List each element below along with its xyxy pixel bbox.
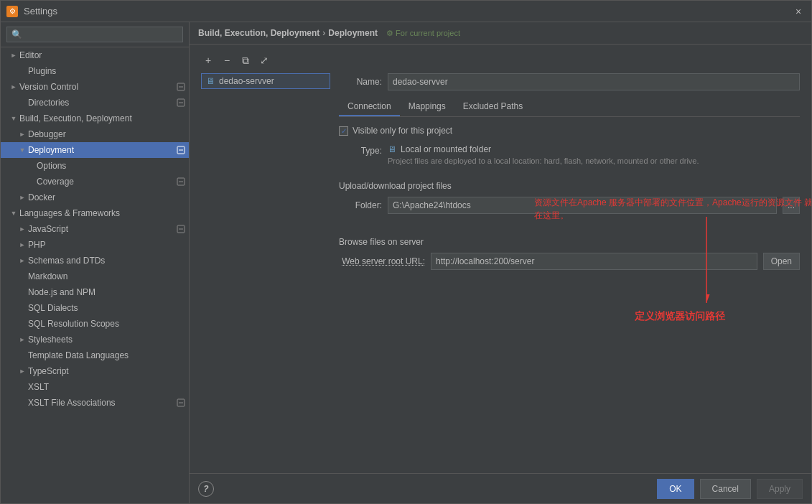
browse-button[interactable]: ... <box>783 197 800 214</box>
window-title: Settings <box>24 6 791 17</box>
sidebar-item-docker[interactable]: Docker <box>1 190 189 205</box>
folder-row: Folder: ... <box>339 197 800 214</box>
folder-input[interactable] <box>388 197 777 214</box>
arrow-deployment <box>18 146 27 154</box>
sidebar-item-label: Stylesheets <box>28 335 73 345</box>
sidebar-item-sql-resolution[interactable]: SQL Resolution Scopes <box>1 316 189 332</box>
badge-dirs <box>176 98 186 108</box>
server-item-name: dedao-servver <box>219 76 274 86</box>
sidebar-item-coverage[interactable]: Coverage <box>1 174 189 190</box>
sidebar-item-plugins[interactable]: Plugins <box>1 63 189 79</box>
sidebar-item-label: Directories <box>28 98 69 108</box>
visible-checkbox[interactable] <box>339 126 348 136</box>
sidebar-item-version-control[interactable]: Version Control <box>1 79 189 95</box>
sidebar-item-xslt-file[interactable]: XSLT File Associations <box>1 395 189 411</box>
settings-window: ⚙ Settings × Editor <box>0 0 812 504</box>
ok-button[interactable]: OK <box>657 479 694 499</box>
badge-editor <box>176 50 186 60</box>
dialog-buttons: OK Cancel Apply <box>657 479 803 499</box>
cancel-button[interactable]: Cancel <box>700 479 751 499</box>
sidebar-item-label: Deployment <box>28 145 74 155</box>
name-row: Name: <box>339 73 800 90</box>
sidebar-item-php[interactable]: PHP <box>1 237 189 253</box>
sidebar-item-debugger[interactable]: Debugger <box>1 126 189 142</box>
apply-button[interactable]: Apply <box>757 479 803 499</box>
breadcrumb-separator: › <box>322 28 325 38</box>
sidebar-item-stylesheets[interactable]: Stylesheets <box>1 332 189 347</box>
sidebar-item-sql-dialects[interactable]: SQL Dialects <box>1 300 189 316</box>
sidebar-tree: Editor Plugins Version Control <box>1 47 189 503</box>
sidebar-item-markdown[interactable]: Markdown <box>1 269 189 284</box>
arrow-languages <box>9 209 18 218</box>
arrow-php <box>18 241 27 249</box>
upload-section-title: Upload/download project files <box>339 181 800 191</box>
help-button[interactable]: ? <box>198 481 214 497</box>
arrow-vc <box>9 83 18 91</box>
sidebar-item-label: SQL Dialects <box>28 303 78 313</box>
arrow-docker <box>18 193 27 202</box>
search-box <box>1 22 189 47</box>
sidebar-item-label: SQL Resolution Scopes <box>28 319 119 329</box>
sidebar-item-xslt[interactable]: XSLT <box>1 379 189 395</box>
sidebar-item-label: Node.js and NPM <box>28 287 95 297</box>
tab-excluded-paths[interactable]: Excluded Paths <box>454 98 531 116</box>
app-icon: ⚙ <box>6 6 18 17</box>
folder-label: Folder: <box>339 200 382 210</box>
sidebar-item-languages[interactable]: Languages & Frameworks <box>1 205 189 221</box>
main-panel: Build, Execution, Deployment › Deploymen… <box>190 22 811 503</box>
tab-bar: Connection Mappings Excluded Paths <box>339 98 800 117</box>
visible-checkbox-row: Visible only for this project <box>339 126 800 136</box>
sidebar: Editor Plugins Version Control <box>1 22 190 503</box>
sidebar-item-template-data[interactable]: Template Data Languages <box>1 347 189 363</box>
copy-server-button[interactable]: ⧉ <box>238 53 253 67</box>
url-input[interactable] <box>431 253 757 270</box>
server-icon: 🖥 <box>206 76 215 86</box>
sidebar-item-label: Template Data Languages <box>28 350 129 360</box>
badge-deployment <box>176 145 186 155</box>
type-value-area: 🖥 Local or mounted folder Project files … <box>388 144 800 167</box>
sidebar-item-javascript[interactable]: JavaScript <box>1 221 189 237</box>
sidebar-item-directories[interactable]: Directories <box>1 95 189 111</box>
sidebar-item-options[interactable]: Options <box>1 158 189 174</box>
arrow-editor <box>9 51 18 60</box>
remove-server-button[interactable]: − <box>220 53 234 67</box>
name-input[interactable] <box>388 73 800 90</box>
arrow-ts <box>18 367 27 375</box>
sidebar-item-typescript[interactable]: TypeScript <box>1 363 189 379</box>
sidebar-item-label: Editor <box>19 50 42 60</box>
main-content-area: + − ⧉ ⤢ 🖥 dedao-servver <box>190 45 811 473</box>
sidebar-item-deployment[interactable]: Deployment <box>1 142 189 158</box>
tab-connection[interactable]: Connection <box>339 98 400 116</box>
sidebar-item-label: Build, Execution, Deployment <box>19 113 132 123</box>
sidebar-item-label: Languages & Frameworks <box>19 208 120 218</box>
breadcrumb: Build, Execution, Deployment › Deploymen… <box>190 22 811 45</box>
move-server-button[interactable]: ⤢ <box>257 53 271 67</box>
badge-xslt-file <box>176 398 186 408</box>
sidebar-item-label: Version Control <box>19 82 78 92</box>
sidebar-item-label: XSLT <box>28 382 49 392</box>
search-input[interactable] <box>6 27 183 42</box>
sidebar-item-label: Docker <box>28 192 55 202</box>
sidebar-item-schemas[interactable]: Schemas and DTDs <box>1 253 189 269</box>
tab-mappings[interactable]: Mappings <box>400 98 454 116</box>
sidebar-item-build[interactable]: Build, Execution, Deployment <box>1 111 189 126</box>
type-text: Local or mounted folder <box>401 144 491 154</box>
type-hint: Project files are deployed to a local lo… <box>388 156 800 167</box>
badge-coverage <box>176 177 186 187</box>
breadcrumb-project: ⚙ For current project <box>386 29 460 38</box>
server-toolbar: + − ⧉ ⤢ <box>201 53 800 67</box>
add-server-button[interactable]: + <box>201 53 215 67</box>
breadcrumb-current: Deployment <box>328 28 378 38</box>
sidebar-item-label: PHP <box>28 240 46 250</box>
url-row: Web server root URL: Open <box>339 253 800 270</box>
sidebar-item-editor[interactable]: Editor <box>1 47 189 63</box>
breadcrumb-path: Build, Execution, Deployment <box>198 28 319 38</box>
sidebar-item-nodejs[interactable]: Node.js and NPM <box>1 284 189 300</box>
open-button[interactable]: Open <box>763 253 800 270</box>
close-button[interactable]: × <box>791 4 806 19</box>
badge-js <box>176 224 186 234</box>
sidebar-item-label: Coverage <box>37 177 74 187</box>
server-list-item[interactable]: 🖥 dedao-servver <box>201 73 330 89</box>
sidebar-item-label: TypeScript <box>28 366 69 376</box>
arrow-build <box>9 114 18 123</box>
